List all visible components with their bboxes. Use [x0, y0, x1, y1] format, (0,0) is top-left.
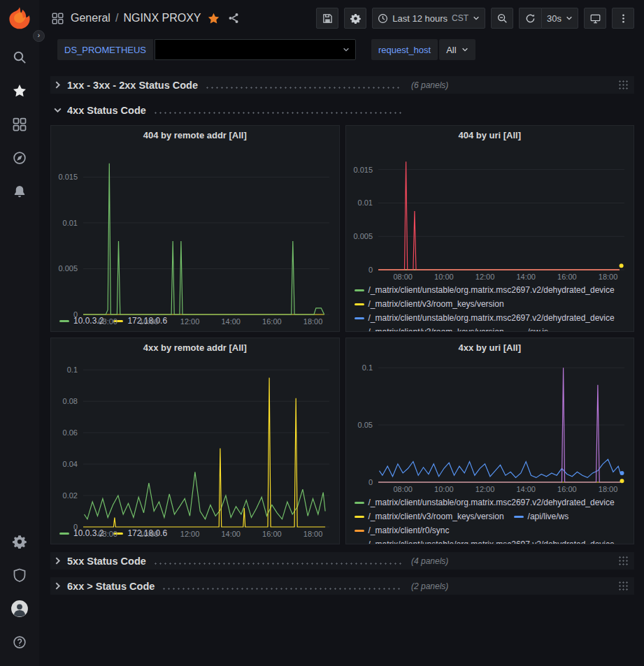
legend-item[interactable]: /_matrix/client/r0/sync [355, 523, 450, 537]
series-color-swatch [355, 502, 364, 504]
kiosk-mode-button[interactable] [584, 8, 606, 29]
legend-item[interactable]: /_matrix/client/v3/room_keys/version [355, 325, 504, 332]
legend-item[interactable]: /_matrix/client/unstable/org.matrix.msc2… [355, 537, 615, 544]
main-area: General / NGINX PROXY [39, 0, 644, 666]
row-drag-handle-icon[interactable] [618, 581, 629, 591]
row-title: 1xx - 3xx - 2xx Status Code [67, 80, 198, 91]
svg-text:18:00: 18:00 [598, 273, 617, 281]
row-header-1xx-3xx-2xx[interactable]: 1xx - 3xx - 2xx Status Code (6 panels) [50, 76, 634, 94]
svg-text:12:00: 12:00 [475, 485, 494, 493]
sidebar-item-configuration[interactable] [0, 525, 39, 558]
row-title-wrap: 6xx > Status Code [67, 581, 401, 592]
legend-item[interactable]: /api/live/ws [514, 509, 569, 523]
legend-item[interactable]: /sw.js [514, 325, 548, 332]
row-header-6xx[interactable]: 6xx > Status Code (2 panels) [50, 577, 634, 595]
refresh-interval-select[interactable]: 30s [541, 8, 578, 29]
svg-text:0.015: 0.015 [58, 173, 78, 181]
sidebar-item-alerting[interactable] [0, 175, 39, 208]
sidebar-expand-button[interactable]: › [33, 30, 45, 42]
dashboard-title[interactable]: NGINX PROXY [123, 12, 201, 24]
legend-item[interactable]: /_matrix/client/unstable/org.matrix.msc2… [355, 495, 615, 509]
panel-title[interactable]: 404 by uri [All] [346, 126, 634, 144]
sidebar-item-starred[interactable] [0, 74, 39, 108]
row-drag-handle-icon[interactable] [618, 556, 629, 566]
refresh-icon [525, 13, 536, 24]
sidebar-item-server-admin[interactable] [0, 558, 39, 592]
series-color-swatch [355, 516, 364, 518]
svg-text:16:00: 16:00 [262, 317, 282, 326]
svg-text:10:00: 10:00 [434, 273, 454, 281]
series-color-swatch [355, 530, 364, 532]
refresh-button[interactable] [519, 8, 541, 29]
apps-grid-icon[interactable] [52, 13, 64, 24]
svg-text:0.04: 0.04 [63, 460, 78, 468]
svg-text:0: 0 [368, 478, 372, 486]
variable-ds-prometheus-value[interactable] [155, 39, 356, 60]
panel-title[interactable]: 4xx by remote addr [All] [51, 338, 339, 356]
svg-text:0.01: 0.01 [63, 219, 78, 227]
breadcrumb-folder[interactable]: General [71, 12, 110, 24]
svg-text:16:00: 16:00 [557, 273, 577, 281]
zoom-out-button[interactable] [491, 8, 513, 29]
time-range-picker[interactable]: Last 12 hours CST [372, 8, 485, 29]
time-series-chart[interactable]: 00.050.108:0010:0012:0014:0016:0018:00 [346, 356, 634, 493]
legend-item[interactable]: /_matrix/client/unstable/org.matrix.msc2… [355, 283, 615, 297]
panel-title[interactable]: 404 by remote addr [All] [51, 126, 339, 144]
time-range-label: Last 12 hours [392, 13, 448, 24]
sidebar-item-search[interactable] [0, 41, 39, 74]
zoom-out-icon [497, 13, 508, 24]
share-icon[interactable] [228, 13, 239, 24]
sidebar-item-profile[interactable] [0, 592, 39, 625]
topnav-actions: Last 12 hours CST [316, 8, 634, 29]
panel-404-by-remote-addr: 404 by remote addr [All] 00.0050.010.015… [50, 125, 340, 332]
favorite-star-icon[interactable] [208, 13, 220, 24]
more-options-button[interactable] [612, 8, 634, 29]
legend-item[interactable]: /_matrix/client/v3/room_keys/version [355, 509, 504, 523]
row-title: 5xx Status Code [67, 556, 146, 567]
time-series-chart[interactable]: 00.0050.010.01508:0010:0012:0014:0016:00… [51, 144, 339, 312]
svg-text:0: 0 [73, 523, 78, 531]
row-drag-handle-icon[interactable] [618, 80, 629, 90]
dashboard-settings-button[interactable] [344, 8, 366, 29]
variable-ds-prometheus-label[interactable]: DS_PROMETHEUS [57, 39, 153, 60]
legend-item[interactable]: /_matrix/client/unstable/org.matrix.msc2… [355, 311, 615, 325]
series-label: /_matrix/client/unstable/org.matrix.msc2… [368, 313, 615, 323]
save-dashboard-button[interactable] [316, 8, 338, 29]
breadcrumb: General / NGINX PROXY [71, 12, 201, 24]
variable-request-host-value[interactable]: All [439, 39, 475, 60]
variable-request-host-label[interactable]: request_host [371, 39, 438, 60]
row-dots-filler [162, 587, 401, 591]
svg-text:14:00: 14:00 [516, 273, 536, 281]
row-title-wrap: 4xx Status Code [67, 105, 401, 116]
sidebar-item-explore[interactable] [0, 141, 39, 175]
compass-icon [13, 151, 27, 165]
svg-text:0: 0 [368, 266, 372, 274]
sidebar-item-help[interactable] [0, 625, 39, 659]
svg-text:0.005: 0.005 [353, 232, 373, 240]
sidebar [0, 0, 39, 666]
series-color-swatch [514, 331, 524, 333]
bell-icon [13, 184, 27, 198]
shield-icon [13, 568, 27, 582]
svg-text:0: 0 [73, 310, 78, 319]
svg-text:0.05: 0.05 [357, 421, 372, 429]
row-header-5xx[interactable]: 5xx Status Code (4 panels) [50, 552, 634, 570]
row-title-wrap: 1xx - 3xx - 2xx Status Code [67, 80, 401, 91]
svg-text:12:00: 12:00 [180, 530, 200, 538]
row-header-4xx[interactable]: 4xx Status Code [50, 101, 634, 119]
svg-text:14:00: 14:00 [221, 530, 241, 538]
gear-icon [350, 13, 361, 24]
grafana-logo-icon[interactable] [7, 6, 32, 31]
panel-4xx-by-uri: 4xx by uri [All] 00.050.108:0010:0012:00… [345, 338, 635, 544]
timezone-label: CST [452, 13, 468, 23]
legend-item[interactable]: /_matrix/client/v3/room_keys/version [355, 297, 504, 311]
panel-title[interactable]: 4xx by uri [All] [346, 338, 634, 356]
user-avatar [10, 600, 29, 618]
sidebar-item-dashboards[interactable] [0, 108, 39, 141]
search-icon [13, 50, 27, 64]
save-icon [322, 13, 333, 24]
svg-text:08:00: 08:00 [98, 530, 117, 538]
time-series-chart[interactable]: 00.0050.010.01508:0010:0012:0014:0016:00… [346, 144, 634, 281]
time-series-chart[interactable]: 00.020.040.060.080.108:0010:0012:0014:00… [51, 356, 339, 524]
series-label: /_matrix/client/r0/sync [368, 526, 450, 535]
